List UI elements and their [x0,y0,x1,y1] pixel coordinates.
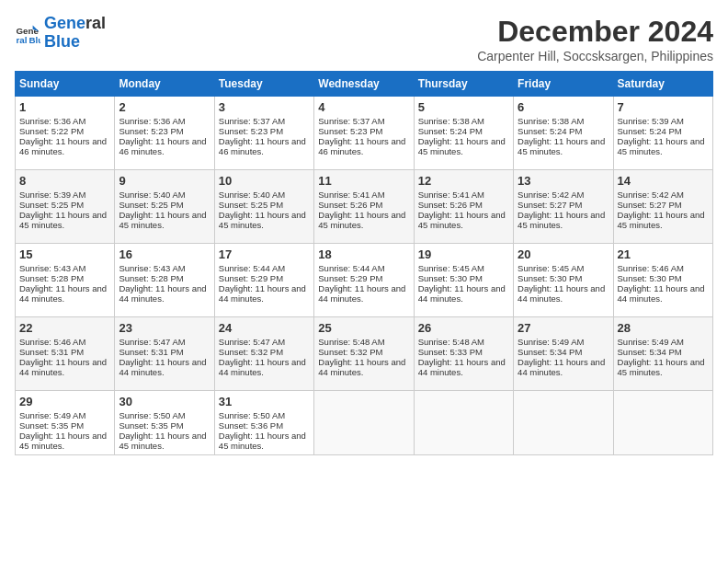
calendar-week-2: 8Sunrise: 5:39 AMSunset: 5:25 PMDaylight… [16,170,713,244]
page-header: Gene ral Blue GeneralBlue December 2024 … [15,15,713,63]
col-wednesday: Wednesday [314,72,414,97]
location: Carpenter Hill, Soccsksargen, Philippine… [477,49,713,63]
col-tuesday: Tuesday [214,72,313,97]
col-monday: Monday [115,72,214,97]
col-saturday: Saturday [613,72,712,97]
table-row: 4Sunrise: 5:37 AMSunset: 5:23 PMDaylight… [314,97,414,170]
col-friday: Friday [514,72,613,97]
table-row: 6Sunrise: 5:38 AMSunset: 5:24 PMDaylight… [514,97,613,170]
table-row: 13Sunrise: 5:42 AMSunset: 5:27 PMDayligh… [514,170,613,244]
calendar-week-5: 29Sunrise: 5:49 AMSunset: 5:35 PMDayligh… [16,391,713,455]
logo: Gene ral Blue GeneralBlue [15,15,106,52]
logo-icon: Gene ral Blue [15,20,40,46]
table-row [514,391,613,455]
table-row: 11Sunrise: 5:41 AMSunset: 5:26 PMDayligh… [314,170,414,244]
calendar-week-3: 15Sunrise: 5:43 AMSunset: 5:28 PMDayligh… [16,244,713,317]
calendar-week-1: 1Sunrise: 5:36 AMSunset: 5:22 PMDaylight… [16,97,713,170]
col-thursday: Thursday [414,72,513,97]
table-row: 3Sunrise: 5:37 AMSunset: 5:23 PMDaylight… [214,97,313,170]
col-sunday: Sunday [16,72,115,97]
svg-text:Blue: Blue [28,35,40,45]
table-row: 27Sunrise: 5:49 AMSunset: 5:34 PMDayligh… [514,317,613,391]
table-row: 2Sunrise: 5:36 AMSunset: 5:23 PMDaylight… [115,97,214,170]
table-row: 17Sunrise: 5:44 AMSunset: 5:29 PMDayligh… [214,244,313,317]
table-row: 5Sunrise: 5:38 AMSunset: 5:24 PMDaylight… [414,97,513,170]
table-row: 1Sunrise: 5:36 AMSunset: 5:22 PMDaylight… [16,97,115,170]
table-row: 28Sunrise: 5:49 AMSunset: 5:34 PMDayligh… [613,317,712,391]
table-row: 30Sunrise: 5:50 AMSunset: 5:35 PMDayligh… [115,391,214,455]
logo-text: GeneralBlue [44,15,106,52]
header-row: Sunday Monday Tuesday Wednesday Thursday… [16,72,713,97]
table-row: 19Sunrise: 5:45 AMSunset: 5:30 PMDayligh… [414,244,513,317]
table-row: 21Sunrise: 5:46 AMSunset: 5:30 PMDayligh… [613,244,712,317]
table-row [613,391,712,455]
table-row: 18Sunrise: 5:44 AMSunset: 5:29 PMDayligh… [314,244,414,317]
table-row: 12Sunrise: 5:41 AMSunset: 5:26 PMDayligh… [414,170,513,244]
table-row: 7Sunrise: 5:39 AMSunset: 5:24 PMDaylight… [613,97,712,170]
table-row: 14Sunrise: 5:42 AMSunset: 5:27 PMDayligh… [613,170,712,244]
table-row: 24Sunrise: 5:47 AMSunset: 5:32 PMDayligh… [214,317,313,391]
title-block: December 2024 Carpenter Hill, Soccsksarg… [477,15,713,63]
table-row: 16Sunrise: 5:43 AMSunset: 5:28 PMDayligh… [115,244,214,317]
table-row: 8Sunrise: 5:39 AMSunset: 5:25 PMDaylight… [16,170,115,244]
table-row: 10Sunrise: 5:40 AMSunset: 5:25 PMDayligh… [214,170,313,244]
calendar-table: Sunday Monday Tuesday Wednesday Thursday… [15,71,713,455]
table-row: 25Sunrise: 5:48 AMSunset: 5:32 PMDayligh… [314,317,414,391]
table-row: 31Sunrise: 5:50 AMSunset: 5:36 PMDayligh… [214,391,313,455]
table-row: 15Sunrise: 5:43 AMSunset: 5:28 PMDayligh… [16,244,115,317]
table-row: 26Sunrise: 5:48 AMSunset: 5:33 PMDayligh… [414,317,513,391]
table-row [314,391,414,455]
month-title: December 2024 [477,15,713,49]
table-row: 23Sunrise: 5:47 AMSunset: 5:31 PMDayligh… [115,317,214,391]
table-row: 20Sunrise: 5:45 AMSunset: 5:30 PMDayligh… [514,244,613,317]
table-row: 9Sunrise: 5:40 AMSunset: 5:25 PMDaylight… [115,170,214,244]
calendar-week-4: 22Sunrise: 5:46 AMSunset: 5:31 PMDayligh… [16,317,713,391]
table-row: 29Sunrise: 5:49 AMSunset: 5:35 PMDayligh… [16,391,115,455]
table-row: 22Sunrise: 5:46 AMSunset: 5:31 PMDayligh… [16,317,115,391]
table-row [414,391,513,455]
svg-text:ral: ral [16,35,27,45]
